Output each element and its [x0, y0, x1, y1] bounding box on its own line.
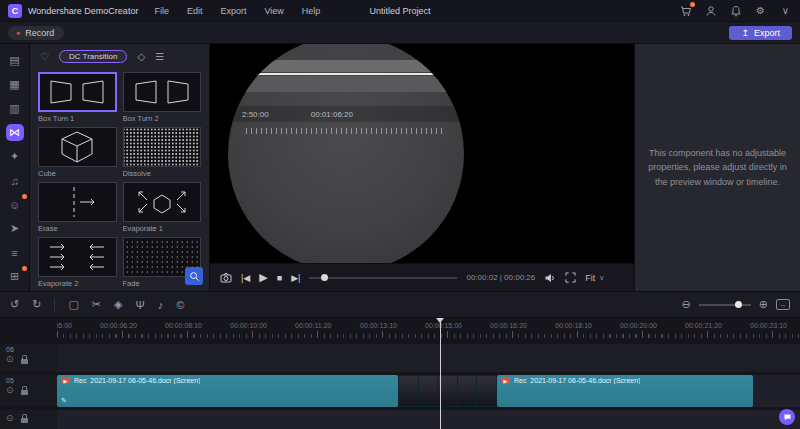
zoom-knob[interactable]: [735, 301, 742, 308]
ruler-label: 00:00:13:10: [360, 322, 397, 329]
volume-icon[interactable]: [544, 272, 556, 284]
transition-item-cube[interactable]: Cube: [38, 127, 117, 178]
transition-thumbnail: [123, 182, 202, 222]
stop-button[interactable]: ■: [277, 273, 282, 283]
sidebar-item-stickers[interactable]: ☺: [6, 196, 24, 213]
track-visibility-eye-icon[interactable]: ⊙: [6, 355, 14, 364]
settings-gear-icon[interactable]: ⚙: [754, 4, 767, 17]
mic-button[interactable]: Ψ: [136, 299, 145, 311]
playhead[interactable]: [440, 318, 441, 429]
track-lock-icon[interactable]: [21, 359, 28, 364]
sidebar-item-audio[interactable]: ♫: [6, 172, 24, 189]
fit-timeline-button[interactable]: ↔: [776, 299, 790, 310]
diamond-category-icon[interactable]: ◇: [137, 51, 145, 62]
sidebar-item-plugins[interactable]: ⊞: [6, 268, 24, 285]
tab-dc-transition[interactable]: DC Transition: [59, 50, 127, 63]
track-lane-05[interactable]: ▶ Rec_2021-09-17 06-05-46.docr (Screen) …: [57, 375, 800, 407]
clip-edit-pen-icon[interactable]: ✎: [61, 397, 67, 405]
zoom-slider[interactable]: [699, 304, 751, 306]
help-chat-button[interactable]: [779, 409, 795, 425]
play-button[interactable]: ▶: [259, 271, 267, 284]
cursor-icon: ➤: [10, 222, 19, 235]
seek-slider[interactable]: [309, 277, 457, 279]
menu-file[interactable]: File: [154, 6, 169, 16]
redo-button[interactable]: ↻: [32, 298, 41, 311]
clip-screen-recording-1[interactable]: ▶ Rec_2021-09-17 06-05-46.docr (Screen) …: [57, 375, 398, 407]
list-view-icon[interactable]: ☰: [155, 51, 164, 62]
seek-knob[interactable]: [321, 274, 328, 281]
track-lock-icon[interactable]: [21, 418, 28, 423]
favorites-heart-icon[interactable]: ♡: [40, 51, 49, 62]
zoom-out-button[interactable]: ⊖: [682, 298, 691, 311]
track-lane-06[interactable]: [57, 344, 800, 372]
sidebar-item-transitions[interactable]: ⋈: [6, 124, 24, 141]
protect-button[interactable]: ◈: [114, 298, 122, 311]
watermark-button[interactable]: ©: [176, 299, 184, 311]
effects-icon: ✦: [10, 150, 19, 163]
track-row-partial: ⊙: [0, 410, 800, 429]
menu-view[interactable]: View: [264, 6, 283, 16]
track-header-05: 05 ⊙: [0, 375, 57, 407]
transition-item-box-turn-2[interactable]: Box Turn 2: [123, 72, 202, 123]
stickers-icon: ☺: [9, 199, 20, 211]
transition-label: Dissolve: [123, 169, 202, 178]
next-frame-button[interactable]: ▶|: [291, 273, 300, 283]
timeline-ruler[interactable]: 00:00:05:00 00:00:06:20 00:00:08:10 00:0…: [0, 318, 800, 338]
sidebar-item-video[interactable]: ▦: [6, 76, 24, 93]
record-button[interactable]: ● Record: [8, 26, 64, 40]
film-frame: [477, 376, 496, 406]
transition-thumbnail-strip[interactable]: [398, 375, 497, 407]
crop-button[interactable]: ▢: [68, 298, 78, 311]
properties-panel: This component has no adjustable propert…: [634, 44, 800, 291]
split-button[interactable]: ✂: [92, 298, 101, 311]
sidebar-item-cursor[interactable]: ➤: [6, 220, 24, 237]
denoise-button[interactable]: ♪: [158, 299, 164, 311]
transition-item-evaporate-2[interactable]: Evaporate 2: [38, 237, 117, 288]
zoom-in-button[interactable]: ⊕: [759, 298, 768, 311]
track-lane-partial[interactable]: [57, 410, 800, 429]
transition-item-dissolve[interactable]: Dissolve: [123, 127, 202, 178]
properties-message: This component has no adjustable propert…: [635, 146, 800, 189]
search-button[interactable]: [185, 267, 203, 285]
transitions-grid: Box Turn 1 Box Turn 2 Cube Disso: [30, 68, 209, 291]
transition-item-box-turn-1[interactable]: Box Turn 1: [38, 72, 117, 123]
menu-help[interactable]: Help: [302, 6, 321, 16]
plugins-icon: ⊞: [10, 270, 19, 283]
undo-button[interactable]: ↺: [10, 298, 19, 311]
sidebar-item-screen[interactable]: ▥: [6, 100, 24, 117]
snapshot-camera-icon[interactable]: [220, 272, 232, 284]
transitions-icon: ⋈: [9, 126, 20, 139]
app-name: Wondershare DemoCreator: [28, 6, 138, 16]
clip-screen-recording-2[interactable]: ▶ Rec_2021-09-17 06-05-46.docr (Screen): [497, 375, 753, 407]
project-title: Untitled Project: [369, 6, 430, 16]
fullscreen-icon[interactable]: [565, 272, 576, 283]
track-visibility-eye-icon[interactable]: ⊙: [6, 386, 14, 395]
menu-bar: File Edit Export View Help: [154, 6, 320, 16]
track-lock-icon[interactable]: [21, 390, 28, 395]
user-icon[interactable]: [704, 4, 717, 17]
track-row-05: 05 ⊙ ▶ Rec_2021-09-17 06-05-46.docr (Scr…: [0, 375, 800, 407]
previous-frame-button[interactable]: |◀: [241, 273, 250, 283]
sidebar-item-effects[interactable]: ✦: [6, 148, 24, 165]
film-frame: [419, 376, 438, 406]
menu-edit[interactable]: Edit: [187, 6, 203, 16]
track-visibility-eye-icon[interactable]: ⊙: [6, 414, 14, 423]
cart-icon[interactable]: [679, 4, 692, 17]
video-preview[interactable]: 2:50:00 00:01:06:20: [210, 44, 634, 263]
sidebar-item-captions[interactable]: ≡: [6, 244, 24, 261]
ruler-label: 00:00:23:10: [750, 322, 787, 329]
track-row-06: 06 ⊙: [0, 344, 800, 372]
zoom-mode-dropdown[interactable]: Fit ∨: [585, 273, 604, 283]
transition-item-evaporate-1[interactable]: Evaporate 1: [123, 182, 202, 233]
sidebar-item-media-library[interactable]: ▤: [6, 52, 24, 69]
audio-icon: ♫: [10, 175, 18, 187]
menu-export[interactable]: Export: [220, 6, 246, 16]
export-button[interactable]: ↥ Export: [729, 26, 792, 40]
chevron-down-icon[interactable]: ∨: [779, 4, 792, 17]
notifications-bell-icon[interactable]: [729, 4, 742, 17]
transition-item-erase[interactable]: Erase: [38, 182, 117, 233]
transition-label: Box Turn 1: [38, 114, 117, 123]
export-arrow-icon: ↥: [741, 28, 749, 38]
ruler-major-ticks: [57, 331, 800, 338]
clip-play-icon: ▶: [61, 377, 70, 384]
